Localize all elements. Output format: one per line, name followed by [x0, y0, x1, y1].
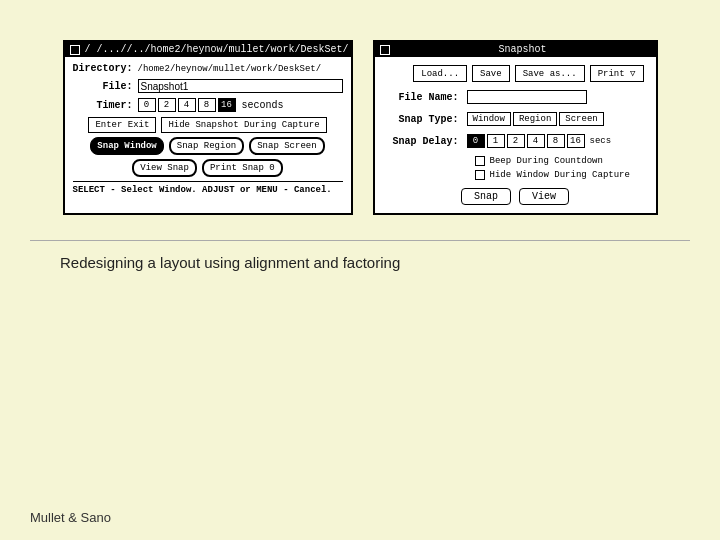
print-snap-button[interactable]: Print Snap 0: [202, 159, 283, 177]
secs-label: secs: [590, 136, 612, 146]
timer-row: Timer: 0 2 4 8 16 seconds: [73, 98, 343, 112]
enter-exit-button[interactable]: Enter Exit: [88, 117, 156, 133]
snap-region-button[interactable]: Snap Region: [169, 137, 244, 155]
snap-delay-label: Snap Delay:: [387, 136, 467, 147]
snap-window-button[interactable]: Snap Window: [90, 137, 163, 155]
timer-box-0[interactable]: 0: [138, 98, 156, 112]
snap-action-button[interactable]: Snap: [461, 188, 511, 205]
delay-box-0[interactable]: 0: [467, 134, 485, 148]
new-window: Snapshot Load... Save Save as... Print ▽…: [373, 40, 658, 215]
file-name-label: File Name:: [387, 92, 467, 103]
beep-checkbox-row: Beep During Countdown: [387, 156, 644, 166]
save-as-button[interactable]: Save as...: [515, 65, 585, 82]
snap-type-row: Snap Type: Window Region Screen: [387, 112, 644, 126]
directory-value: /home2/heynow/mullet/work/DeskSet/: [138, 64, 322, 74]
bottom-buttons-row: Snap View: [387, 188, 644, 205]
hide-snap-button[interactable]: Hide Snapshot During Capture: [161, 117, 326, 133]
timer-box-2[interactable]: 2: [158, 98, 176, 112]
new-window-titlebar: Snapshot: [375, 42, 656, 57]
snap-type-buttons: Window Region Screen: [467, 112, 604, 126]
old-window: / /...//../home2/heynow/mullet/work/Desk…: [63, 40, 353, 215]
print-button[interactable]: Print ▽: [590, 65, 644, 82]
directory-row: Directory: /home2/heynow/mullet/work/Des…: [73, 63, 343, 74]
seconds-label: seconds: [242, 100, 284, 111]
view-print-row: View Snap Print Snap 0: [73, 159, 343, 177]
snap-type-region[interactable]: Region: [513, 112, 557, 126]
snap-delay-row: Snap Delay: 0 1 2 4 8 16 secs: [387, 134, 644, 148]
snap-type-window[interactable]: Window: [467, 112, 511, 126]
old-window-close-box[interactable]: [70, 45, 80, 55]
screenshots-row: / /...//../home2/heynow/mullet/work/Desk…: [63, 40, 658, 215]
timer-label: Timer:: [73, 100, 138, 111]
file-row: File:: [73, 79, 343, 93]
timer-box-8[interactable]: 8: [198, 98, 216, 112]
new-window-content: Load... Save Save as... Print ▽ File Nam…: [375, 57, 656, 213]
delay-box-4[interactable]: 4: [527, 134, 545, 148]
load-button[interactable]: Load...: [413, 65, 467, 82]
timer-box-4[interactable]: 4: [178, 98, 196, 112]
hide-label: Hide Window During Capture: [490, 170, 630, 180]
footer: Mullet & Sano: [30, 510, 111, 525]
new-window-title: Snapshot: [395, 44, 651, 55]
file-name-input[interactable]: [467, 90, 587, 104]
snap-buttons-row: Snap Window Snap Region Snap Screen: [73, 137, 343, 155]
old-window-title: / /...//../home2/heynow/mullet/work/Desk…: [85, 44, 349, 55]
beep-checkbox[interactable]: [475, 156, 485, 166]
snap-type-label: Snap Type:: [387, 114, 467, 125]
snap-delay-boxes: 0 1 2 4 8 16 secs: [467, 134, 612, 148]
new-window-close-box[interactable]: [380, 45, 390, 55]
timer-box-16[interactable]: 16: [218, 98, 236, 112]
delay-box-16[interactable]: 16: [567, 134, 585, 148]
file-name-row: File Name:: [387, 90, 644, 104]
hide-checkbox[interactable]: [475, 170, 485, 180]
delay-box-2[interactable]: 2: [507, 134, 525, 148]
status-bar: SELECT - Select Window. ADJUST or MENU -…: [73, 181, 343, 195]
view-snap-button[interactable]: View Snap: [132, 159, 197, 177]
old-window-content: Directory: /home2/heynow/mullet/work/Des…: [65, 57, 351, 201]
old-window-titlebar: / /...//../home2/heynow/mullet/work/Desk…: [65, 42, 351, 57]
snap-screen-button[interactable]: Snap Screen: [249, 137, 324, 155]
file-input[interactable]: [138, 79, 343, 93]
page-container: / /...//../home2/heynow/mullet/work/Desk…: [0, 0, 720, 540]
caption: Redesigning a layout using alignment and…: [30, 254, 690, 271]
file-label: File:: [73, 81, 138, 92]
beep-label: Beep During Countdown: [490, 156, 603, 166]
divider: [30, 240, 690, 241]
delay-box-1[interactable]: 1: [487, 134, 505, 148]
directory-label: Directory:: [73, 63, 138, 74]
view-action-button[interactable]: View: [519, 188, 569, 205]
hide-checkbox-row: Hide Window During Capture: [387, 170, 644, 180]
snap-type-screen[interactable]: Screen: [559, 112, 603, 126]
timer-boxes: 0 2 4 8 16 seconds: [138, 98, 284, 112]
header-buttons-row: Load... Save Save as... Print ▽: [387, 65, 644, 82]
status-text: SELECT - Select Window. ADJUST or MENU -…: [73, 185, 332, 195]
save-button[interactable]: Save: [472, 65, 510, 82]
delay-box-8[interactable]: 8: [547, 134, 565, 148]
enter-hide-row: Enter Exit Hide Snapshot During Capture: [73, 117, 343, 133]
